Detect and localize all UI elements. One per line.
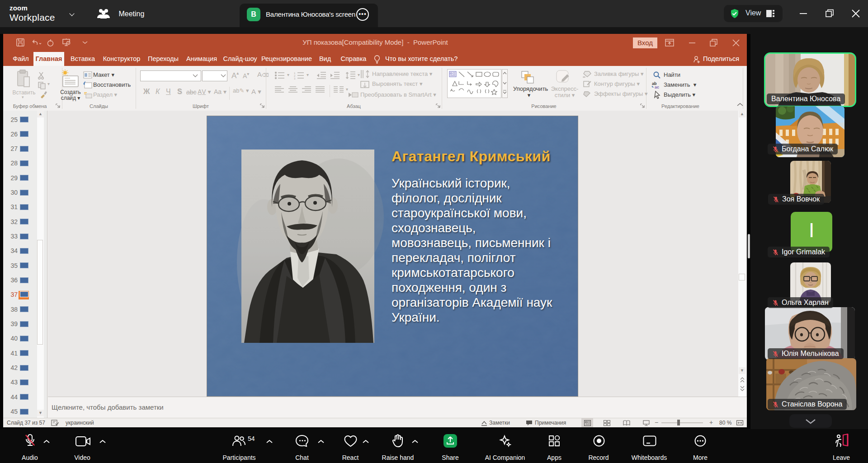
svg-text:3: 3 — [294, 77, 296, 80]
svg-text:ac: ac — [655, 85, 659, 89]
